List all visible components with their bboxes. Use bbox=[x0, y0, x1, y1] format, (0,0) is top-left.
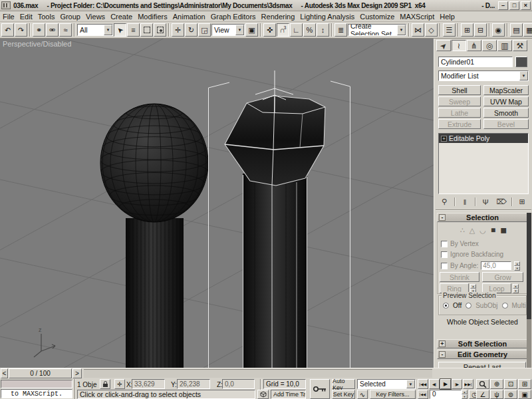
border-subobject-icon[interactable]: ◡ bbox=[479, 226, 486, 235]
layer-manager-button[interactable]: ☰ bbox=[443, 23, 456, 37]
key-mode-dropdown[interactable]: Selected ▼ bbox=[357, 379, 416, 389]
menu-lighting-analysis[interactable]: Lighting Analysis bbox=[297, 13, 357, 21]
loop-spinner[interactable]: ▲ ▼ bbox=[513, 284, 519, 293]
spin-down-icon[interactable]: ▼ bbox=[462, 394, 467, 399]
select-and-link-button[interactable]: ⚭ bbox=[33, 23, 45, 37]
minimize-button[interactable]: – bbox=[498, 1, 508, 10]
tab-create[interactable]: ➤ bbox=[436, 40, 451, 51]
menu-modifiers[interactable]: Modifiers bbox=[135, 13, 170, 21]
soft-selection-rollout-header[interactable]: + Soft Selection bbox=[437, 339, 528, 348]
menu-maxscript[interactable]: MAXScript bbox=[397, 13, 437, 21]
maximize-viewport-toggle[interactable]: ▣ bbox=[518, 390, 531, 399]
rectangular-selection-region-button[interactable] bbox=[140, 23, 153, 37]
schematic-view-button[interactable]: ⊟ bbox=[474, 23, 487, 37]
extrude-button[interactable]: Extrude bbox=[438, 119, 481, 129]
spin-down-icon[interactable]: ▼ bbox=[513, 289, 519, 293]
title-bar[interactable]: 036.max - Project Folder: C:\Documents a… bbox=[0, 0, 532, 11]
key-filters-button[interactable]: Key Filters... bbox=[370, 390, 416, 399]
menu-help[interactable]: Help bbox=[437, 13, 458, 21]
edit-geometry-rollout-header[interactable]: - Edit Geometry bbox=[437, 350, 528, 359]
y-coordinate-field[interactable]: 26,238 bbox=[177, 379, 210, 389]
remove-modifier-button[interactable]: ⌦ bbox=[495, 198, 507, 206]
zoom-all-button[interactable]: ⊕ bbox=[490, 379, 503, 389]
frame-spinner[interactable]: ▲ ▼ bbox=[462, 390, 467, 399]
collapse-icon[interactable]: - bbox=[439, 351, 446, 358]
modifier-list-dropdown[interactable]: Modifier List ▼ bbox=[438, 70, 529, 81]
menu-rendering[interactable]: Rendering bbox=[259, 13, 298, 21]
edit-named-selection-sets-button[interactable]: ≣ bbox=[334, 23, 347, 37]
maxscript-listener-input[interactable] bbox=[1, 380, 72, 388]
menu-animation[interactable]: Animation bbox=[170, 13, 208, 21]
zoom-extents-all-button[interactable]: ⊞ bbox=[518, 379, 531, 389]
spin-down-icon[interactable]: ▼ bbox=[514, 266, 520, 271]
redo-button[interactable]: ↷ bbox=[15, 23, 27, 37]
spin-up-icon[interactable]: ▲ bbox=[514, 261, 520, 266]
preview-off-radio[interactable] bbox=[443, 303, 449, 309]
edge-subobject-icon[interactable]: △ bbox=[469, 226, 475, 235]
set-keys-button[interactable] bbox=[310, 379, 330, 399]
object-color-swatch[interactable] bbox=[515, 57, 527, 67]
reference-coordinate-dropdown[interactable]: View ▼ bbox=[211, 24, 245, 36]
menu-edit[interactable]: Edit bbox=[17, 13, 35, 21]
make-unique-button[interactable]: Ψ bbox=[479, 198, 491, 206]
tab-motion[interactable]: ◎ bbox=[482, 40, 497, 51]
named-selection-set-dropdown[interactable]: Create Selection Set ▼ bbox=[348, 24, 406, 36]
close-button[interactable]: × bbox=[521, 1, 531, 10]
play-animation-button[interactable]: ▶ bbox=[440, 379, 451, 389]
sweep-button[interactable]: Sweep bbox=[438, 96, 481, 106]
select-object-button[interactable]: ➤ bbox=[114, 23, 126, 37]
time-slider-next-button[interactable]: > bbox=[72, 368, 82, 378]
add-time-tag[interactable]: Add Time Tag bbox=[271, 390, 306, 399]
zoom-extents-button[interactable]: ⊡ bbox=[504, 379, 517, 389]
mirror-button[interactable]: ⋈ bbox=[412, 23, 424, 37]
previous-frame-button[interactable]: ◀| bbox=[429, 379, 440, 389]
menu-customize[interactable]: Customize bbox=[357, 13, 397, 21]
menu-graph-editors[interactable]: Graph Editors bbox=[208, 13, 259, 21]
adaptive-degradation-toggle[interactable] bbox=[257, 390, 269, 399]
snap-toggle-3d-button[interactable]: ∩3 bbox=[277, 23, 289, 37]
viewport-label[interactable]: Perspective/Disabled bbox=[3, 40, 71, 48]
menu-tools[interactable]: Tools bbox=[35, 13, 58, 21]
tab-hierarchy[interactable]: ⋔ bbox=[467, 40, 481, 51]
absolute-offset-toggle[interactable]: ✛ bbox=[114, 379, 125, 389]
select-and-rotate-button[interactable]: ↻ bbox=[185, 23, 198, 37]
uvw-map-button[interactable]: UVW Map bbox=[483, 96, 529, 106]
window-crossing-button[interactable] bbox=[154, 23, 166, 37]
preview-multi-radio[interactable] bbox=[502, 303, 508, 309]
angle-spinner[interactable]: ▲ ▼ bbox=[514, 261, 520, 270]
menu-views[interactable]: Views bbox=[83, 13, 108, 21]
next-frame-button[interactable]: |▶ bbox=[452, 379, 462, 389]
ignore-backfacing-checkbox[interactable]: Ignore Backfacing bbox=[441, 251, 503, 258]
bind-to-space-warp-button[interactable]: ≈ bbox=[59, 23, 72, 37]
align-button[interactable]: ◇ bbox=[425, 23, 438, 37]
angle-value-field[interactable]: 45,0 bbox=[481, 261, 511, 270]
use-pivot-point-center-button[interactable]: ▣ bbox=[245, 23, 258, 37]
lathe-button[interactable]: Lathe bbox=[438, 108, 481, 118]
selection-rollout-header[interactable]: - Selection bbox=[437, 213, 528, 222]
shell-button[interactable]: Shell bbox=[438, 85, 481, 95]
tab-modify[interactable]: ≀ bbox=[452, 40, 466, 51]
polygon-subobject-icon[interactable]: ■ bbox=[491, 225, 495, 235]
viewport-canvas[interactable]: z bbox=[0, 39, 434, 368]
z-coordinate-field[interactable]: 0,0 bbox=[222, 379, 255, 389]
auto-key-button[interactable]: Auto Key bbox=[332, 379, 355, 389]
pin-stack-button[interactable]: ⚲ bbox=[438, 198, 450, 206]
tab-display[interactable]: ▥ bbox=[497, 40, 512, 51]
maxscript-listener-output[interactable]: to MAXScript. bbox=[1, 389, 72, 398]
element-subobject-icon[interactable]: ◼ bbox=[500, 225, 507, 235]
render-setup-button[interactable]: ▤ bbox=[510, 23, 523, 37]
expand-icon[interactable]: + bbox=[439, 340, 446, 347]
spin-up-icon[interactable]: ▲ bbox=[470, 284, 476, 289]
selection-filter-dropdown[interactable]: All ▼ bbox=[77, 24, 113, 36]
menu-group[interactable]: Group bbox=[57, 13, 83, 21]
current-frame-field[interactable]: 0 bbox=[430, 390, 462, 399]
mapscaler-button[interactable]: MapScaler bbox=[483, 85, 529, 95]
spinner-snap-toggle-button[interactable]: ↕ bbox=[317, 23, 329, 37]
perspective-viewport[interactable]: z bbox=[0, 39, 434, 368]
percent-snap-toggle-button[interactable]: % bbox=[303, 23, 316, 37]
collapse-icon[interactable]: - bbox=[439, 214, 446, 221]
bevel-button[interactable]: Bevel bbox=[483, 119, 529, 129]
time-slider-handle[interactable]: 0 / 100 bbox=[9, 368, 72, 378]
tab-utilities[interactable]: ⚒ bbox=[513, 40, 527, 51]
grow-button[interactable]: Grow bbox=[482, 272, 523, 282]
